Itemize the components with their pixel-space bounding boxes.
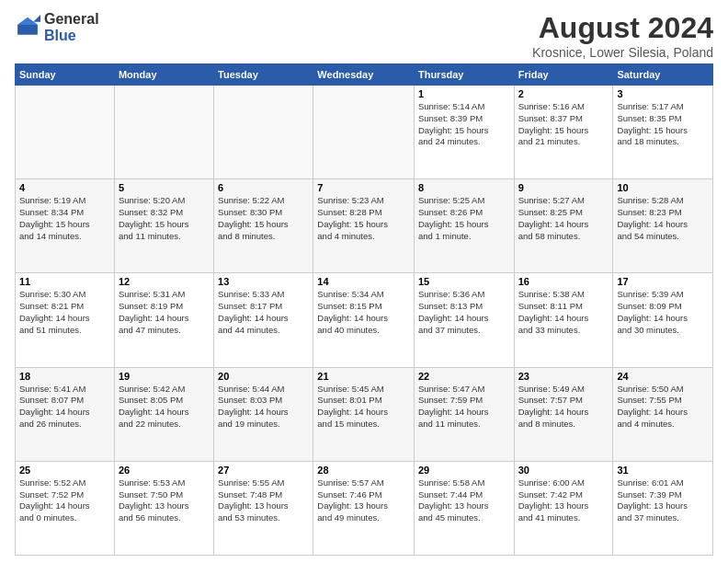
- logo-text: General Blue: [44, 11, 99, 43]
- calendar-cell: 5Sunrise: 5:20 AM Sunset: 8:32 PM Daylig…: [114, 179, 213, 273]
- calendar-week-row-0: 1Sunrise: 5:14 AM Sunset: 8:39 PM Daylig…: [16, 86, 713, 179]
- day-info: Sunrise: 5:31 AM Sunset: 8:19 PM Dayligh…: [119, 289, 210, 336]
- day-number: 8: [418, 182, 510, 193]
- calendar-cell: 12Sunrise: 5:31 AM Sunset: 8:19 PM Dayli…: [114, 273, 213, 367]
- calendar-cell: 19Sunrise: 5:42 AM Sunset: 8:05 PM Dayli…: [114, 367, 213, 461]
- col-sunday: Sunday: [16, 64, 115, 86]
- day-number: 22: [418, 371, 510, 382]
- calendar-cell: 1Sunrise: 5:14 AM Sunset: 8:39 PM Daylig…: [414, 86, 514, 179]
- day-info: Sunrise: 5:16 AM Sunset: 8:37 PM Dayligh…: [518, 101, 609, 148]
- day-number: 15: [418, 276, 510, 287]
- calendar-body: 1Sunrise: 5:14 AM Sunset: 8:39 PM Daylig…: [16, 86, 713, 556]
- day-number: 24: [617, 371, 709, 382]
- day-info: Sunrise: 5:34 AM Sunset: 8:15 PM Dayligh…: [317, 289, 410, 336]
- day-number: 16: [518, 276, 609, 287]
- page: General Blue August 2024 Krosnice, Lower…: [0, 0, 728, 563]
- day-number: 12: [119, 276, 210, 287]
- day-number: 25: [19, 465, 110, 476]
- logo-blue-text: Blue: [44, 28, 99, 44]
- calendar-cell: 9Sunrise: 5:27 AM Sunset: 8:25 PM Daylig…: [514, 179, 613, 273]
- day-info: Sunrise: 5:42 AM Sunset: 8:05 PM Dayligh…: [119, 384, 210, 431]
- day-number: 3: [617, 88, 709, 99]
- logo-icon: [15, 15, 40, 40]
- col-friday: Friday: [514, 64, 613, 86]
- calendar-cell: [313, 86, 415, 179]
- calendar-cell: [16, 86, 115, 179]
- day-info: Sunrise: 5:39 AM Sunset: 8:09 PM Dayligh…: [617, 289, 709, 336]
- calendar-cell: 8Sunrise: 5:25 AM Sunset: 8:26 PM Daylig…: [414, 179, 514, 273]
- day-info: Sunrise: 5:49 AM Sunset: 7:57 PM Dayligh…: [518, 384, 609, 431]
- calendar-cell: 31Sunrise: 6:01 AM Sunset: 7:39 PM Dayli…: [613, 461, 713, 555]
- day-number: 20: [218, 371, 309, 382]
- col-thursday: Thursday: [414, 64, 514, 86]
- logo: General Blue: [15, 11, 99, 43]
- calendar-cell: 22Sunrise: 5:47 AM Sunset: 7:59 PM Dayli…: [414, 367, 514, 461]
- day-info: Sunrise: 5:57 AM Sunset: 7:46 PM Dayligh…: [317, 477, 410, 524]
- calendar-header-row: Sunday Monday Tuesday Wednesday Thursday…: [16, 64, 713, 86]
- calendar-cell: 2Sunrise: 5:16 AM Sunset: 8:37 PM Daylig…: [514, 86, 613, 179]
- day-info: Sunrise: 5:53 AM Sunset: 7:50 PM Dayligh…: [119, 477, 210, 524]
- day-info: Sunrise: 5:27 AM Sunset: 8:25 PM Dayligh…: [518, 195, 609, 242]
- calendar-cell: 27Sunrise: 5:55 AM Sunset: 7:48 PM Dayli…: [214, 461, 313, 555]
- calendar-cell: [114, 86, 213, 179]
- logo-general-text: General: [44, 11, 99, 28]
- calendar-cell: 11Sunrise: 5:30 AM Sunset: 8:21 PM Dayli…: [16, 273, 115, 367]
- calendar-cell: 6Sunrise: 5:22 AM Sunset: 8:30 PM Daylig…: [214, 179, 313, 273]
- day-number: 2: [518, 88, 609, 99]
- day-info: Sunrise: 5:20 AM Sunset: 8:32 PM Dayligh…: [119, 195, 210, 242]
- day-number: 1: [418, 88, 510, 99]
- day-number: 31: [617, 465, 709, 476]
- calendar-cell: 20Sunrise: 5:44 AM Sunset: 8:03 PM Dayli…: [214, 367, 313, 461]
- day-info: Sunrise: 5:25 AM Sunset: 8:26 PM Dayligh…: [418, 195, 510, 242]
- calendar-week-row-1: 4Sunrise: 5:19 AM Sunset: 8:34 PM Daylig…: [16, 179, 713, 273]
- day-info: Sunrise: 5:30 AM Sunset: 8:21 PM Dayligh…: [19, 289, 110, 336]
- calendar-cell: 25Sunrise: 5:52 AM Sunset: 7:52 PM Dayli…: [16, 461, 115, 555]
- day-number: 5: [119, 182, 210, 193]
- day-number: 30: [518, 465, 609, 476]
- day-number: 18: [19, 371, 110, 382]
- header: General Blue August 2024 Krosnice, Lower…: [15, 11, 713, 60]
- calendar-cell: 14Sunrise: 5:34 AM Sunset: 8:15 PM Dayli…: [313, 273, 415, 367]
- calendar-cell: 7Sunrise: 5:23 AM Sunset: 8:28 PM Daylig…: [313, 179, 415, 273]
- calendar-cell: 29Sunrise: 5:58 AM Sunset: 7:44 PM Dayli…: [414, 461, 514, 555]
- day-number: 6: [218, 182, 309, 193]
- calendar-cell: 24Sunrise: 5:50 AM Sunset: 7:55 PM Dayli…: [613, 367, 713, 461]
- location-text: Krosnice, Lower Silesia, Poland: [532, 45, 713, 60]
- col-monday: Monday: [114, 64, 213, 86]
- day-info: Sunrise: 5:23 AM Sunset: 8:28 PM Dayligh…: [317, 195, 410, 242]
- svg-marker-2: [33, 15, 40, 22]
- calendar-week-row-2: 11Sunrise: 5:30 AM Sunset: 8:21 PM Dayli…: [16, 273, 713, 367]
- day-number: 4: [19, 182, 110, 193]
- calendar-week-row-3: 18Sunrise: 5:41 AM Sunset: 8:07 PM Dayli…: [16, 367, 713, 461]
- col-saturday: Saturday: [613, 64, 713, 86]
- calendar-cell: 15Sunrise: 5:36 AM Sunset: 8:13 PM Dayli…: [414, 273, 514, 367]
- calendar-cell: 13Sunrise: 5:33 AM Sunset: 8:17 PM Dayli…: [214, 273, 313, 367]
- day-info: Sunrise: 5:22 AM Sunset: 8:30 PM Dayligh…: [218, 195, 309, 242]
- day-number: 27: [218, 465, 309, 476]
- calendar-cell: 10Sunrise: 5:28 AM Sunset: 8:23 PM Dayli…: [613, 179, 713, 273]
- day-info: Sunrise: 5:55 AM Sunset: 7:48 PM Dayligh…: [218, 477, 309, 524]
- day-info: Sunrise: 5:19 AM Sunset: 8:34 PM Dayligh…: [19, 195, 110, 242]
- day-number: 9: [518, 182, 609, 193]
- calendar-week-row-4: 25Sunrise: 5:52 AM Sunset: 7:52 PM Dayli…: [16, 461, 713, 555]
- day-number: 10: [617, 182, 709, 193]
- day-info: Sunrise: 5:41 AM Sunset: 8:07 PM Dayligh…: [19, 384, 110, 431]
- day-info: Sunrise: 5:14 AM Sunset: 8:39 PM Dayligh…: [418, 101, 510, 148]
- calendar-cell: 26Sunrise: 5:53 AM Sunset: 7:50 PM Dayli…: [114, 461, 213, 555]
- month-year-title: August 2024: [532, 11, 713, 45]
- day-info: Sunrise: 5:17 AM Sunset: 8:35 PM Dayligh…: [617, 101, 709, 148]
- day-number: 7: [317, 182, 410, 193]
- day-info: Sunrise: 5:52 AM Sunset: 7:52 PM Dayligh…: [19, 477, 110, 524]
- calendar-cell: 28Sunrise: 5:57 AM Sunset: 7:46 PM Dayli…: [313, 461, 415, 555]
- calendar-cell: [214, 86, 313, 179]
- calendar-cell: 23Sunrise: 5:49 AM Sunset: 7:57 PM Dayli…: [514, 367, 613, 461]
- day-info: Sunrise: 5:50 AM Sunset: 7:55 PM Dayligh…: [617, 384, 709, 431]
- day-info: Sunrise: 5:38 AM Sunset: 8:11 PM Dayligh…: [518, 289, 609, 336]
- calendar-cell: 3Sunrise: 5:17 AM Sunset: 8:35 PM Daylig…: [613, 86, 713, 179]
- day-number: 21: [317, 371, 410, 382]
- day-info: Sunrise: 5:33 AM Sunset: 8:17 PM Dayligh…: [218, 289, 309, 336]
- day-number: 17: [617, 276, 709, 287]
- title-block: August 2024 Krosnice, Lower Silesia, Pol…: [532, 11, 713, 60]
- calendar-cell: 4Sunrise: 5:19 AM Sunset: 8:34 PM Daylig…: [16, 179, 115, 273]
- day-number: 29: [418, 465, 510, 476]
